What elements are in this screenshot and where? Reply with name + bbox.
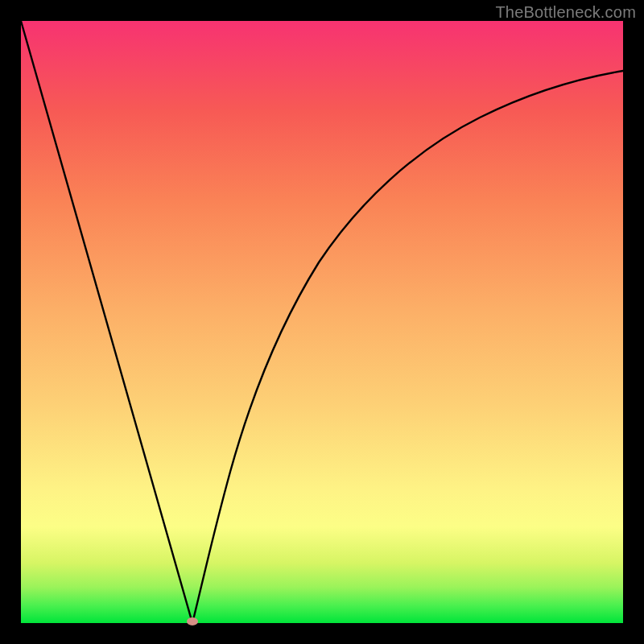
curve-right-branch [192,71,623,623]
bottleneck-curve [21,21,623,623]
curve-left-branch [21,21,192,623]
minimum-marker-dot [187,617,198,625]
chart-frame: TheBottleneck.com [0,0,644,644]
watermark-text: TheBottleneck.com [495,3,636,22]
plot-area [21,21,623,623]
